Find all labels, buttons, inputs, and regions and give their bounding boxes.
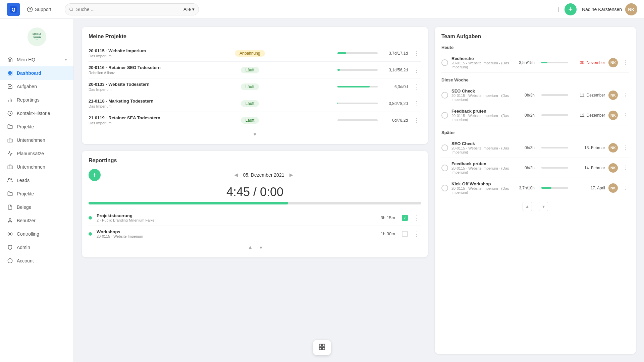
chevron-down-icon: ▾ bbox=[65, 58, 67, 62]
task-menu-button[interactable]: ⋮ bbox=[621, 185, 629, 191]
dashboard-icon bbox=[7, 70, 13, 76]
svg-rect-25 bbox=[319, 344, 321, 346]
nav-next-button[interactable]: ► bbox=[288, 172, 294, 179]
task-checkbox[interactable] bbox=[441, 185, 448, 191]
chevron-down-icon: ▾ bbox=[192, 7, 195, 12]
controlling-icon bbox=[7, 231, 13, 237]
sidebar-item-kontakt-historie[interactable]: Kontakt-Historie bbox=[0, 107, 73, 120]
sidebar-item-label: Unternehmen bbox=[17, 164, 45, 170]
svg-text:Q: Q bbox=[12, 7, 15, 12]
task-checkbox[interactable] bbox=[441, 59, 448, 66]
global-add-button[interactable]: + bbox=[565, 3, 577, 15]
reporting-time: 1h 30m bbox=[381, 231, 395, 236]
sidebar-item-aufgaben[interactable]: Aufgaben bbox=[0, 80, 73, 93]
project-name: 21-0119 - Retainer SEA Todesstern bbox=[89, 115, 162, 120]
sidebar-item-account[interactable]: Account bbox=[0, 254, 73, 267]
team-section-label: Später bbox=[441, 130, 629, 135]
sidebar-item-planums[interactable]: Planumsätze bbox=[0, 147, 73, 160]
reporting-menu-button[interactable]: ⋮ bbox=[411, 230, 421, 238]
sidebar-item-unternehmen2[interactable]: Unternehmen bbox=[0, 160, 73, 174]
company-logo-area: MEDIA GMBH bbox=[0, 24, 73, 53]
reporting-name: Projektsteuerung bbox=[97, 213, 377, 218]
user-avatar: NK bbox=[625, 3, 637, 15]
project-menu-button[interactable]: ⋮ bbox=[411, 66, 421, 74]
project-bar-wrap bbox=[337, 52, 378, 54]
project-status-area: Läuft bbox=[166, 83, 334, 90]
task-info: SEO Check 20-0115 - Website Imperium - (… bbox=[451, 141, 511, 154]
projects-load-more[interactable]: ▾ bbox=[89, 128, 421, 137]
sidebar-item-admin[interactable]: Admin bbox=[0, 241, 73, 254]
sidebar-item-projekte2[interactable]: Projekte bbox=[0, 187, 73, 200]
sidebar-item-benutzer[interactable]: Benutzer bbox=[0, 214, 73, 227]
project-bar-fill bbox=[337, 86, 370, 87]
reporting-dot bbox=[89, 232, 92, 236]
project-time: 0d/78,2d bbox=[381, 118, 408, 123]
search-input[interactable] bbox=[76, 7, 177, 12]
task-date: 14. Februar bbox=[575, 166, 605, 170]
svg-point-23 bbox=[9, 233, 11, 235]
user-profile[interactable]: Nadine Karstensen NK bbox=[582, 3, 637, 15]
svg-rect-11 bbox=[8, 71, 10, 73]
dock-grid-icon bbox=[318, 343, 326, 351]
task-name: Feedback prüfen bbox=[451, 109, 511, 114]
task-checkbox[interactable] bbox=[441, 92, 448, 99]
reportings-title: Reportings bbox=[89, 158, 421, 164]
sidebar-item-projekte1[interactable]: Projekte bbox=[0, 120, 73, 133]
task-menu-button[interactable]: ⋮ bbox=[621, 144, 629, 151]
task-progress-bar bbox=[541, 147, 568, 148]
reportings-add-button[interactable]: + bbox=[89, 169, 101, 181]
task-menu-button[interactable]: ⋮ bbox=[621, 92, 629, 98]
project-status-badge: Läuft bbox=[241, 83, 259, 90]
sidebar-item-label: Benutzer bbox=[17, 218, 36, 223]
main-content: Meine Projekte 20-0115 - Website Imperiu… bbox=[74, 19, 644, 362]
sidebar-item-reportings[interactable]: Reportings bbox=[0, 93, 73, 107]
sidebar-item-label: Account bbox=[17, 258, 34, 263]
task-menu-button[interactable]: ⋮ bbox=[621, 59, 629, 66]
task-checkbox[interactable] bbox=[441, 144, 448, 151]
task-checkbox[interactable] bbox=[441, 165, 448, 171]
folder2-icon bbox=[7, 190, 13, 197]
support-link[interactable]: Support bbox=[27, 6, 51, 12]
team-scroll-down[interactable]: ▾ bbox=[539, 202, 548, 211]
bottom-dock[interactable] bbox=[313, 340, 331, 355]
nav-prev-button[interactable]: ◄ bbox=[233, 172, 239, 179]
project-menu-button[interactable]: ⋮ bbox=[411, 117, 421, 124]
reporting-scroll-up[interactable]: ▲ bbox=[248, 244, 253, 251]
reporting-entries: Projektsteuerung 2 - Public Branding Mil… bbox=[89, 210, 421, 242]
folder-icon bbox=[7, 123, 13, 130]
support-label: Support bbox=[35, 7, 51, 12]
sidebar-item-belege[interactable]: Belege bbox=[0, 200, 73, 214]
task-checkbox[interactable] bbox=[441, 112, 448, 119]
sidebar-item-controlling[interactable]: Controlling bbox=[0, 227, 73, 241]
project-status-badge: Anbahnung bbox=[235, 50, 265, 57]
user-name: Nadine Karstensen bbox=[582, 7, 622, 12]
reportings-date: 05. Dezember 2021 bbox=[243, 172, 284, 178]
task-name: Recherche bbox=[451, 56, 511, 61]
project-menu-button[interactable]: ⋮ bbox=[411, 83, 421, 90]
reporting-checkbox[interactable]: ✓ bbox=[402, 215, 408, 221]
task-progress-fill bbox=[541, 187, 551, 189]
reporting-checkbox[interactable] bbox=[402, 231, 408, 237]
team-scroll-up[interactable]: ▲ bbox=[523, 202, 532, 211]
sidebar-item-mein-hq[interactable]: Mein HQ ▾ bbox=[0, 53, 73, 66]
sidebar-item-label: Reportings bbox=[17, 97, 40, 103]
task-menu-button[interactable]: ⋮ bbox=[621, 112, 629, 118]
sidebar-item-unternehmen1[interactable]: Unternehmen bbox=[0, 133, 73, 147]
task-progress-wrap bbox=[541, 167, 568, 169]
project-bar-fill bbox=[337, 52, 346, 54]
project-bar-fill bbox=[337, 103, 338, 104]
reporting-scroll-down[interactable]: ▾ bbox=[260, 244, 262, 251]
project-bar bbox=[337, 69, 378, 71]
task-progress-bar bbox=[541, 187, 568, 189]
sidebar-item-leads[interactable]: Leads bbox=[0, 174, 73, 187]
sidebar-item-dashboard[interactable]: Dashboard bbox=[0, 66, 73, 80]
support-icon bbox=[27, 6, 33, 12]
task-row: Kick-Off Workshop 20-0115 - Website Impe… bbox=[441, 178, 629, 198]
project-menu-button[interactable]: ⋮ bbox=[411, 50, 421, 57]
task-menu-button[interactable]: ⋮ bbox=[621, 165, 629, 171]
task-sub: 20-0115 - Website Imperium - (Das Imperi… bbox=[451, 166, 511, 174]
search-filter-dropdown[interactable]: Alle ▾ bbox=[180, 7, 195, 12]
project-menu-button[interactable]: ⋮ bbox=[411, 100, 421, 107]
task-progress-bar bbox=[541, 114, 568, 116]
reporting-menu-button[interactable]: ⋮ bbox=[411, 214, 421, 222]
